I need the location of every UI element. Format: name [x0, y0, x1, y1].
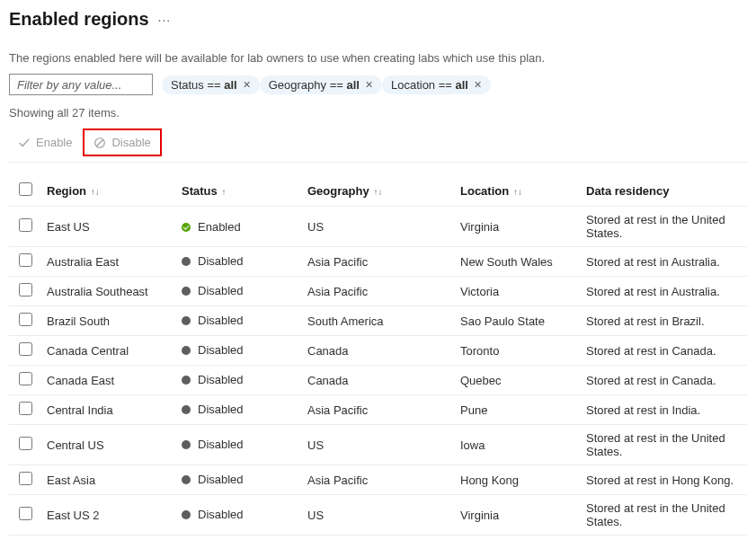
col-residency[interactable]: Data residency: [581, 175, 747, 207]
close-icon[interactable]: ✕: [243, 79, 251, 91]
table-row: Central IndiaDisabledAsia PacificPuneSto…: [9, 395, 747, 425]
cell-residency: Stored at rest in Canada.: [581, 336, 747, 366]
cell-residency: Stored at rest in the United States.: [581, 207, 747, 247]
status-dot-icon: [182, 316, 191, 325]
row-checkbox[interactable]: [19, 372, 32, 385]
table-row: Canada EastDisabledCanadaQuebecStored at…: [9, 366, 747, 395]
cell-geography: Europe: [302, 536, 455, 541]
disable-button[interactable]: Disable: [84, 130, 159, 155]
table-row: East USEnabledUSVirginiaStored at rest i…: [9, 207, 747, 247]
status-text: Disabled: [198, 473, 244, 486]
cell-region: Canada Central: [41, 336, 176, 366]
cell-location: Hong Kong: [455, 465, 581, 495]
cell-status: Disabled: [182, 473, 244, 486]
cell-status: Disabled: [182, 314, 244, 327]
cell-residency: Stored at rest in Australia.: [581, 247, 747, 277]
col-geography[interactable]: Geography ↑↓: [302, 175, 455, 207]
col-loc-label: Location: [460, 184, 509, 198]
cell-region: Central US: [41, 425, 176, 465]
cell-location: New South Wales: [455, 247, 581, 277]
sort-icon: ↑↓: [371, 187, 383, 197]
cell-geography: Asia Pacific: [302, 465, 455, 495]
filter-chip-geography[interactable]: Geography == all✕: [260, 75, 382, 94]
cell-region: Canada East: [41, 366, 176, 395]
col-residency-label: Data residency: [586, 184, 670, 198]
cell-status: Disabled: [182, 343, 244, 357]
table-row: East US 2DisabledUSVirginiaStored at res…: [9, 495, 747, 536]
col-region[interactable]: Region ↑↓: [41, 175, 176, 207]
row-checkbox[interactable]: [19, 402, 32, 415]
select-all-checkbox[interactable]: [19, 182, 32, 196]
count-label: Showing all 27 items.: [9, 106, 747, 120]
cell-status: Disabled: [182, 373, 244, 386]
table-row: Brazil SouthDisabledSouth AmericaSao Pau…: [9, 306, 747, 336]
check-icon: [18, 137, 31, 149]
close-icon[interactable]: ✕: [365, 79, 373, 91]
status-text: Enabled: [198, 220, 241, 234]
regions-table: Region ↑↓ Status ↑ Geography ↑↓ Location…: [9, 175, 747, 540]
status-text: Disabled: [198, 254, 244, 268]
cell-residency: Stored at rest in India.: [581, 395, 747, 425]
cell-geography: South America: [302, 306, 455, 336]
status-text: Disabled: [198, 373, 244, 386]
table-row: France CentralDisabledEuropeParisStored …: [9, 536, 747, 541]
cell-status: Disabled: [182, 254, 244, 268]
cell-geography: Canada: [302, 366, 455, 395]
cell-status: Disabled: [182, 403, 244, 416]
status-dot-icon: [182, 405, 191, 414]
chip-text: Geography == all: [269, 78, 360, 92]
sort-icon: ↑↓: [88, 187, 100, 197]
sort-asc-icon: ↑: [219, 187, 227, 197]
cell-location: Pune: [455, 395, 581, 425]
status-dot-icon: [182, 376, 191, 385]
row-checkbox[interactable]: [19, 472, 32, 485]
disable-label: Disable: [111, 136, 150, 149]
status-dot-icon: [182, 287, 191, 296]
row-checkbox[interactable]: [19, 253, 32, 267]
row-checkbox[interactable]: [19, 437, 32, 450]
description-text: The regions enabled here will be availab…: [9, 51, 747, 65]
cell-location: Toronto: [455, 336, 581, 366]
cell-residency: Stored at rest in Canada.: [581, 366, 747, 395]
chip-text: Status == all: [171, 78, 237, 92]
col-location[interactable]: Location ↑↓: [455, 175, 581, 207]
svg-line-1: [97, 139, 103, 146]
col-status[interactable]: Status ↑: [176, 175, 302, 207]
cell-residency: Stored at rest in the United States.: [581, 425, 747, 465]
chip-text: Location == all: [391, 78, 468, 92]
enable-label: Enable: [36, 136, 72, 149]
cell-status: Disabled: [182, 284, 244, 297]
cell-geography: Asia Pacific: [302, 395, 455, 425]
cell-location: Quebec: [455, 366, 581, 395]
cell-region: East Asia: [41, 465, 176, 495]
row-checkbox[interactable]: [19, 507, 32, 520]
cell-status: Disabled: [182, 438, 244, 451]
filter-input[interactable]: [9, 74, 153, 95]
cell-geography: US: [302, 495, 455, 536]
cell-geography: Asia Pacific: [302, 277, 455, 306]
cell-location: Iowa: [455, 425, 581, 465]
cell-geography: US: [302, 207, 455, 247]
row-checkbox[interactable]: [19, 342, 32, 356]
status-text: Disabled: [198, 314, 244, 327]
cell-region: East US 2: [41, 495, 176, 536]
cell-residency: Stored at rest in France.: [581, 536, 747, 541]
cell-geography: Asia Pacific: [302, 247, 455, 277]
cell-region: France Central: [41, 536, 176, 541]
cell-region: Central India: [41, 395, 176, 425]
cell-region: Australia East: [41, 247, 176, 277]
row-checkbox[interactable]: [19, 283, 32, 297]
row-checkbox[interactable]: [19, 313, 32, 326]
filter-chip-location[interactable]: Location == all✕: [382, 75, 491, 94]
close-icon[interactable]: ✕: [474, 79, 482, 91]
cell-residency: Stored at rest in Australia.: [581, 277, 747, 306]
status-dot-icon: [182, 475, 191, 484]
status-dot-icon: [182, 510, 191, 519]
enable-button[interactable]: Enable: [9, 128, 81, 156]
row-checkbox[interactable]: [19, 218, 32, 232]
table-row: East AsiaDisabledAsia PacificHong KongSt…: [9, 465, 747, 495]
status-text: Disabled: [198, 508, 244, 521]
more-icon[interactable]: ···: [158, 13, 172, 27]
filter-chip-status[interactable]: Status == all✕: [162, 75, 260, 94]
status-text: Disabled: [198, 284, 244, 297]
